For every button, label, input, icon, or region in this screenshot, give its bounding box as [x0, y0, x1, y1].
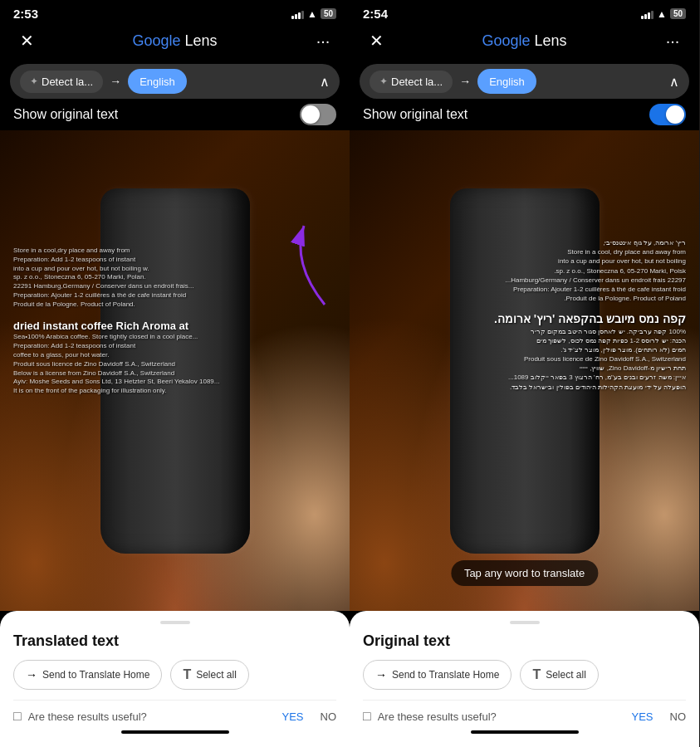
feedback-no-left[interactable]: NO [321, 710, 337, 723]
status-bar-left: 2:53 ▲ 50 [0, 0, 350, 24]
feedback-yes-right[interactable]: YES [631, 710, 653, 723]
app-title-left: Google Lens [132, 32, 217, 50]
feedback-icon-left: □ [13, 709, 22, 724]
send-to-translate-button-left[interactable]: → Send to Translate Home [13, 660, 162, 690]
original-text-overlay: ריץ' ארומה, ‏על גוף אינטנסיבי, Store in … [350, 130, 699, 611]
select-label-left: Select all [196, 669, 237, 681]
feedback-no-right[interactable]: NO [670, 710, 687, 723]
app-title-right: Google Lens [482, 32, 566, 50]
status-icons-left: ▲ 50 [291, 8, 336, 20]
feedback-icon-right: □ [363, 709, 371, 724]
left-phone-panel: 2:53 ▲ 50 ✕ Google Lens ··· ✦ Detect la.… [0, 0, 350, 747]
feedback-row-left: □ Are these results useful? YES NO [13, 700, 336, 724]
toggle-knob-right [666, 105, 684, 124]
close-button-right[interactable]: ✕ [363, 27, 389, 54]
translated-lines: Store in a cool,dry place and away from … [13, 247, 336, 396]
sparkle-icon-right: ✦ [379, 76, 388, 87]
top-bar-right: ✕ Google Lens ··· [350, 24, 699, 61]
bottom-sheet-right: Original text → Send to Translate Home T… [350, 611, 699, 747]
translate-bar-right: ✦ Detect la... → English ∧ [360, 64, 689, 99]
language-button-right[interactable]: English [477, 69, 536, 94]
more-button-right[interactable]: ··· [659, 27, 686, 54]
select-all-button-left[interactable]: T Select all [170, 660, 248, 690]
sheet-handle-right [510, 621, 540, 624]
battery-left: 50 [321, 8, 336, 19]
signal-icon-left [291, 9, 304, 19]
translated-text-overlay: Store in a cool,dry place and away from … [0, 130, 350, 611]
battery-right: 50 [670, 8, 686, 19]
sheet-handle-left [160, 621, 190, 624]
show-original-toggle-left[interactable] [300, 104, 336, 125]
bottom-sheet-left: Translated text → Send to Translate Home… [0, 611, 350, 747]
send-to-translate-button-right[interactable]: → Send to Translate Home [363, 660, 512, 690]
tap-hint: Tap any word to translate [451, 560, 598, 586]
top-bar-left: ✕ Google Lens ··· [0, 24, 350, 61]
signal-icon-right [641, 9, 653, 19]
translate-bar-left: ✦ Detect la... → English ∧ [10, 64, 340, 99]
select-all-button-right[interactable]: T Select all [520, 660, 598, 690]
select-icon-left: T [183, 667, 191, 682]
chevron-up-right[interactable]: ∧ [669, 74, 679, 90]
status-time-left: 2:53 [13, 7, 38, 21]
wifi-icon-right: ▲ [657, 8, 667, 20]
feedback-text-right: Are these results useful? [378, 710, 625, 723]
right-phone-panel: 2:54 ▲ 50 ✕ Google Lens ··· ✦ Detect la.… [350, 0, 699, 747]
show-original-row-right: Show original text [363, 104, 686, 125]
feedback-text-left: Are these results useful? [28, 710, 276, 723]
chevron-up-left[interactable]: ∧ [320, 74, 330, 90]
status-bar-right: 2:54 ▲ 50 [350, 0, 699, 24]
camera-area-left: Store in a cool,dry place and away from … [0, 130, 350, 611]
send-icon-left: → [26, 668, 37, 681]
select-icon-right: T [532, 667, 541, 682]
show-original-row-left: Show original text [13, 104, 336, 125]
language-button-left[interactable]: English [128, 69, 187, 94]
sheet-title-right: Original text [363, 632, 686, 650]
sheet-title-left: Translated text [13, 632, 336, 650]
status-time-right: 2:54 [363, 7, 388, 21]
detect-language-button-right[interactable]: ✦ Detect la... [370, 71, 453, 93]
wifi-icon-left: ▲ [307, 8, 317, 20]
feedback-row-right: □ Are these results useful? YES NO [363, 700, 686, 724]
bottle-background-left: Store in a cool,dry place and away from … [0, 130, 350, 611]
feedback-yes-left[interactable]: YES [281, 710, 303, 723]
toggle-knob-left [301, 105, 320, 124]
detect-language-button-left[interactable]: ✦ Detect la... [20, 71, 103, 93]
home-indicator-right [471, 730, 579, 734]
arrow-icon-left: → [110, 75, 121, 88]
show-original-label-left: Show original text [13, 107, 118, 122]
select-label-right: Select all [546, 669, 586, 681]
camera-area-right: ריץ' ארומה, ‏על גוף אינטנסיבי, Store in … [350, 130, 699, 611]
arrow-icon-right: → [459, 75, 471, 88]
show-original-toggle-right[interactable] [649, 104, 686, 125]
show-original-label-right: Show original text [363, 107, 467, 122]
hebrew-lines: ריץ' ארומה, ‏על גוף אינטנסיבי, Store in … [363, 238, 686, 392]
more-button-left[interactable]: ··· [310, 27, 336, 54]
close-button-left[interactable]: ✕ [13, 27, 40, 54]
sparkle-icon-left: ✦ [30, 76, 38, 87]
sheet-actions-right: → Send to Translate Home T Select all [363, 660, 686, 690]
bottle-background-right: ריץ' ארומה, ‏על גוף אינטנסיבי, Store in … [350, 130, 699, 611]
send-label-left: Send to Translate Home [42, 669, 149, 681]
status-icons-right: ▲ 50 [641, 8, 686, 20]
sheet-actions-left: → Send to Translate Home T Select all [13, 660, 336, 690]
send-label-right: Send to Translate Home [392, 669, 499, 681]
send-icon-right: → [375, 668, 387, 681]
home-indicator-left [121, 730, 229, 734]
